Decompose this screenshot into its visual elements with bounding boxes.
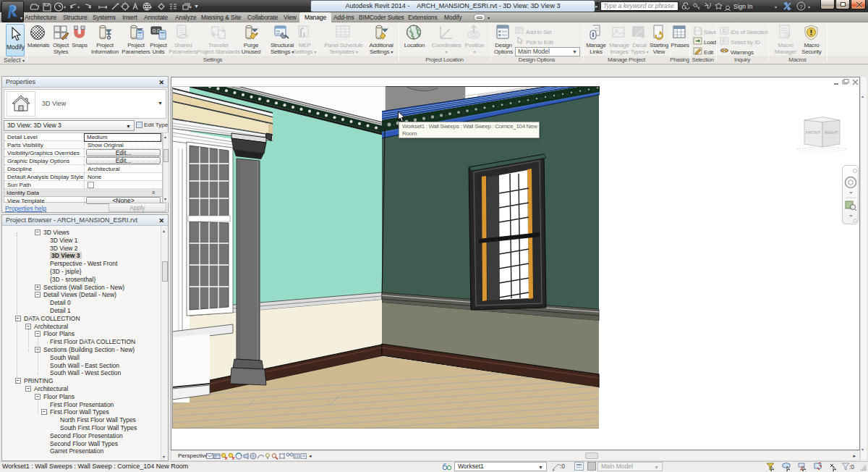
svg-text:FRONT: FRONT <box>806 130 821 135</box>
svg-text:ID: ID <box>722 28 727 33</box>
svg-text:Sign In: Sign In <box>733 3 753 10</box>
svg-text:ID: ID <box>722 38 727 43</box>
svg-text:RIGHT: RIGHT <box>825 130 838 135</box>
svg-text:0.0: 0.0 <box>153 28 160 34</box>
svg-text:?: ? <box>799 4 803 10</box>
